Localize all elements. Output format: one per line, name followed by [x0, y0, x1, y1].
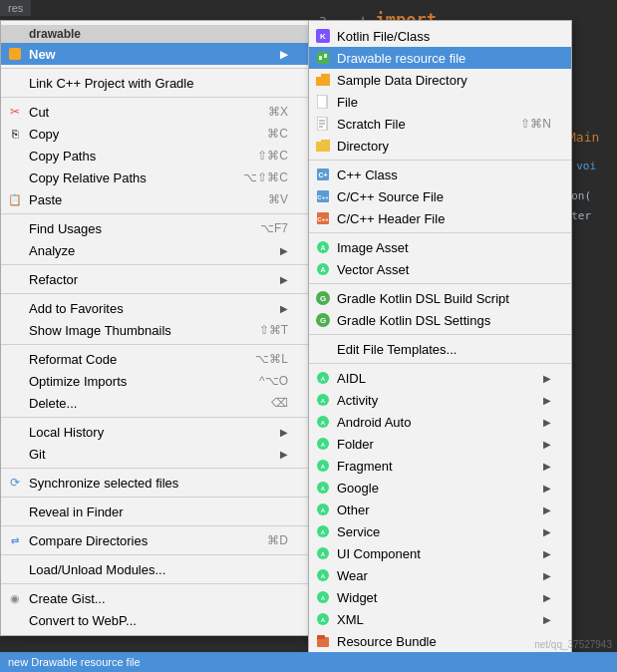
menu-item-git[interactable]: Git ▶ — [1, 443, 308, 465]
menu-item-folder[interactable]: A Folder ▶ — [309, 433, 571, 455]
activity-icon: A — [315, 392, 331, 408]
new-label: New — [29, 47, 56, 62]
xml-label: XML — [337, 612, 364, 627]
menu-item-sample-data[interactable]: Sample Data Directory — [309, 69, 571, 91]
menu-item-create-gist[interactable]: ◉ Create Gist... — [1, 587, 308, 609]
menu-item-cpp-header[interactable]: C++ C/C++ Header File — [309, 207, 571, 229]
separator — [309, 232, 571, 233]
menu-item-copy-relative[interactable]: Copy Relative Paths ⌥⇧⌘C — [1, 167, 308, 188]
menu-item-find-usages[interactable]: Find Usages ⌥F7 — [1, 217, 308, 239]
file-label: File — [337, 95, 358, 110]
menu-item-refactor[interactable]: Refactor ▶ — [1, 268, 308, 290]
menu-item-gradle-build[interactable]: G Gradle Kotlin DSL Build Script — [309, 287, 571, 309]
menu-item-copy[interactable]: ⎘ Copy ⌘C — [1, 123, 308, 145]
menu-item-cut[interactable]: ✂ Cut ⌘X — [1, 101, 308, 123]
separator — [309, 363, 571, 364]
menu-item-image-asset[interactable]: A Image Asset — [309, 236, 571, 258]
android-auto-arrow: ▶ — [543, 417, 551, 428]
menu-item-google[interactable]: A Google ▶ — [309, 477, 571, 499]
menu-item-fragment[interactable]: A Fragment ▶ — [309, 455, 571, 477]
cut-label: Cut — [29, 105, 49, 120]
refactor-label: Refactor — [29, 272, 78, 287]
menu-header: drawable — [1, 25, 308, 43]
menu-item-resource-bundle[interactable]: Resource Bundle — [309, 630, 571, 652]
separator — [309, 160, 571, 161]
reveal-label: Reveal in Finder — [29, 504, 124, 519]
menu-item-widget[interactable]: A Widget ▶ — [309, 586, 571, 608]
menu-item-ui-component[interactable]: A UI Component ▶ — [309, 542, 571, 564]
menu-item-copy-paths[interactable]: Copy Paths ⇧⌘C — [1, 145, 308, 167]
svg-rect-0 — [9, 48, 21, 60]
copy-paths-label: Copy Paths — [29, 149, 96, 164]
gradle-settings-icon: G — [315, 312, 331, 328]
menu-item-directory[interactable]: Directory — [309, 135, 571, 157]
menu-item-activity[interactable]: A Activity ▶ — [309, 389, 571, 411]
menu-item-delete[interactable]: Delete... ⌫ — [1, 392, 308, 414]
menu-item-cpp-source[interactable]: C++ C/C++ Source File — [309, 185, 571, 207]
cpp-class-label: C++ Class — [337, 168, 398, 182]
menu-item-local-history[interactable]: Local History ▶ — [1, 421, 308, 443]
ui-component-icon: A — [315, 545, 331, 561]
right-context-menu: K Kotlin File/Class Drawable resource fi… — [308, 20, 572, 657]
menu-item-other[interactable]: A Other ▶ — [309, 499, 571, 520]
menu-item-show-thumbnails[interactable]: Show Image Thumbnails ⇧⌘T — [1, 319, 308, 341]
add-favorites-arrow: ▶ — [280, 303, 288, 314]
menu-item-wear[interactable]: A Wear ▶ — [309, 564, 571, 586]
menu-item-new[interactable]: New ▶ — [1, 43, 308, 65]
find-usages-label: Find Usages — [29, 221, 102, 236]
analyze-arrow: ▶ — [280, 245, 288, 256]
scratch-file-shortcut: ⇧⌘N — [500, 117, 551, 131]
menu-item-compare[interactable]: ⇄ Compare Directories ⌘D — [1, 529, 308, 551]
menu-item-cpp-class[interactable]: C+ C++ Class — [309, 164, 571, 185]
svg-rect-2 — [319, 56, 322, 60]
menu-item-reformat[interactable]: Reformat Code ⌥⌘L — [1, 348, 308, 370]
widget-arrow: ▶ — [543, 592, 551, 603]
menu-item-aidl[interactable]: A AIDL ▶ — [309, 367, 571, 389]
compare-label: Compare Directories — [29, 533, 148, 548]
new-arrow: ▶ — [280, 49, 288, 60]
separator — [1, 417, 308, 418]
menu-item-add-favorites[interactable]: Add to Favorites ▶ — [1, 297, 308, 319]
scissors-icon: ✂ — [7, 104, 23, 120]
menu-item-sync[interactable]: ⟳ Synchronize selected files — [1, 472, 308, 494]
menu-item-scratch-file[interactable]: Scratch File ⇧⌘N — [309, 113, 571, 135]
aidl-arrow: ▶ — [543, 373, 551, 384]
separator — [1, 554, 308, 555]
separator — [1, 68, 308, 69]
cpp-source-label: C/C++ Source File — [337, 189, 444, 204]
menu-item-convert-webp[interactable]: Convert to WebP... — [1, 609, 308, 631]
menu-item-xml[interactable]: A XML ▶ — [309, 608, 571, 630]
menu-item-vector-asset[interactable]: A Vector Asset — [309, 258, 571, 280]
fragment-icon: A — [315, 458, 331, 474]
menu-item-drawable-resource[interactable]: Drawable resource file — [309, 47, 571, 69]
code-main: Main — [568, 130, 599, 145]
copy-relative-label: Copy Relative Paths — [29, 170, 147, 185]
menu-item-optimize[interactable]: Optimize Imports ^⌥O — [1, 370, 308, 392]
menu-item-edit-templates[interactable]: Edit File Templates... — [309, 338, 571, 360]
reformat-label: Reformat Code — [29, 352, 117, 367]
menu-item-file[interactable]: File — [309, 91, 571, 113]
folder-arrow: ▶ — [543, 439, 551, 450]
svg-text:A: A — [321, 529, 326, 535]
menu-item-reveal[interactable]: Reveal in Finder — [1, 501, 308, 522]
show-thumbnails-label: Show Image Thumbnails — [29, 323, 171, 338]
local-history-label: Local History — [29, 425, 104, 440]
menu-item-android-auto[interactable]: A Android Auto ▶ — [309, 411, 571, 433]
watermark: net/qq_37527943 — [534, 639, 612, 650]
cpp-class-icon: C+ — [315, 167, 331, 182]
menu-item-gradle-settings[interactable]: G Gradle Kotlin DSL Settings — [309, 309, 571, 331]
svg-text:A: A — [321, 595, 326, 601]
menu-item-load-unload[interactable]: Load/Unload Modules... — [1, 558, 308, 580]
svg-text:A: A — [321, 507, 326, 513]
wear-arrow: ▶ — [543, 570, 551, 581]
menu-item-service[interactable]: A Service ▶ — [309, 520, 571, 542]
link-cpp-label: Link C++ Project with Gradle — [29, 76, 193, 91]
menu-item-paste[interactable]: 📋 Paste ⌘V — [1, 188, 308, 210]
menu-item-analyze[interactable]: Analyze ▶ — [1, 239, 308, 261]
menu-item-link-cpp[interactable]: Link C++ Project with Gradle — [1, 72, 308, 94]
menu-item-kotlin-file[interactable]: K Kotlin File/Class — [309, 25, 571, 47]
service-icon: A — [315, 523, 331, 539]
status-bar: new Drawable resource file — [0, 652, 617, 672]
paste-shortcut: ⌘V — [248, 192, 288, 206]
google-label: Google — [337, 481, 379, 496]
